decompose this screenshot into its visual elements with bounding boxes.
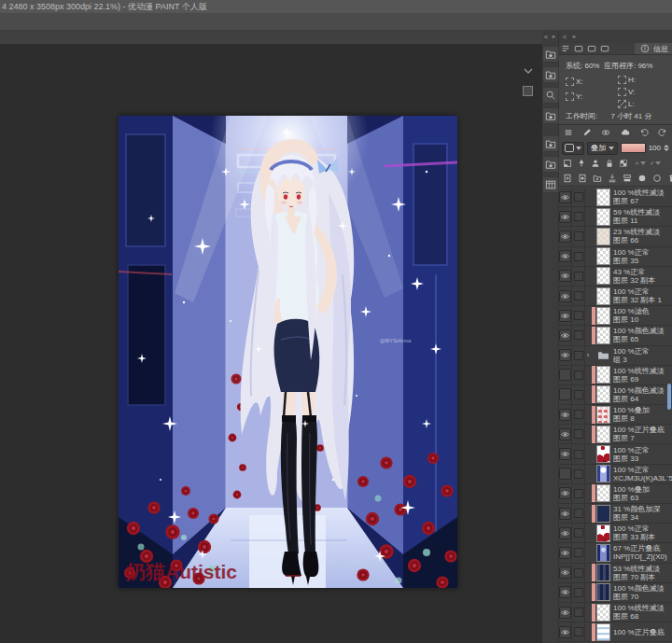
chevron-down-icon[interactable] bbox=[524, 62, 535, 69]
layer-row[interactable]: › 100 %线性减淡 图层 68 bbox=[559, 603, 672, 622]
opacity-spinner[interactable] bbox=[664, 145, 669, 151]
layer-thumbnail[interactable] bbox=[596, 189, 610, 206]
layer-thumbnail[interactable] bbox=[596, 366, 610, 384]
layer-select-checkbox[interactable] bbox=[572, 504, 585, 523]
layer-thumbnail[interactable] bbox=[596, 247, 610, 265]
layer-select-checkbox[interactable] bbox=[572, 227, 585, 245]
layer-row[interactable]: › 100 %叠加 图层 63 bbox=[559, 484, 672, 504]
dock-palette-2-icon[interactable] bbox=[542, 66, 559, 83]
layer-visibility-toggle[interactable] bbox=[559, 306, 572, 325]
dock-material-grid-icon[interactable] bbox=[542, 176, 559, 193]
info-tab-list-icon[interactable] bbox=[560, 43, 571, 54]
layer-row[interactable]: › 53 %线性减淡 图层 70 副本 bbox=[559, 564, 672, 583]
opacity-value[interactable]: 100 bbox=[649, 144, 661, 152]
mask-display-combo-icon[interactable] bbox=[635, 158, 646, 169]
layer-select-checkbox[interactable] bbox=[572, 583, 585, 602]
layer-row[interactable]: › 100 %正常 图层 32 副本 1 bbox=[559, 287, 672, 306]
layer-thumbnail[interactable] bbox=[596, 307, 610, 325]
layer-thumbnail[interactable] bbox=[596, 583, 610, 601]
layer-select-checkbox[interactable] bbox=[572, 484, 585, 503]
layer-select-checkbox[interactable] bbox=[572, 247, 585, 266]
layer-visibility-toggle[interactable] bbox=[559, 603, 572, 622]
layer-select-checkbox[interactable] bbox=[572, 564, 585, 582]
layer-thumbnail[interactable] bbox=[596, 623, 610, 641]
layer-row[interactable]: › 100 %正片叠底 图层 7 bbox=[559, 425, 672, 444]
canvas-area[interactable]: @BYSiAnna 奶猫Autistic bbox=[0, 45, 542, 643]
layer-visibility-toggle[interactable] bbox=[559, 543, 572, 562]
folder-expander-icon[interactable]: › bbox=[585, 351, 591, 359]
dock-palette-5-icon[interactable] bbox=[542, 156, 559, 173]
layer-thumbnail[interactable] bbox=[596, 465, 610, 482]
layer-row[interactable]: › 100 %滤色 图层 10 bbox=[559, 306, 672, 326]
layer-thumbnail[interactable] bbox=[596, 267, 610, 285]
layer-select-checkbox[interactable] bbox=[572, 287, 585, 305]
layer-list-scrollbar[interactable] bbox=[667, 384, 671, 410]
layer-list[interactable]: › 100 %线性减淡 图层 67 › 59 %线性减淡 图层 11 › 23 … bbox=[559, 188, 672, 643]
layer-visibility-toggle[interactable] bbox=[559, 267, 572, 286]
layer-visibility-toggle[interactable] bbox=[559, 484, 572, 503]
layer-row[interactable]: › 31 %颜色加深 图层 34 bbox=[559, 504, 672, 524]
layer-select-checkbox[interactable] bbox=[572, 346, 585, 365]
layer-row[interactable]: › 100 %线性减淡 图层 67 bbox=[559, 188, 672, 207]
layer-visibility-toggle[interactable] bbox=[559, 287, 572, 305]
layer-select-checkbox[interactable] bbox=[572, 543, 585, 562]
new-raster-layer-icon[interactable] bbox=[562, 173, 573, 184]
blend-mode-dropdown[interactable]: 叠加 bbox=[587, 142, 618, 155]
layer-row[interactable]: › 100 %颜色减淡 图层 64 bbox=[559, 385, 672, 405]
delete-layer-icon[interactable] bbox=[666, 173, 672, 184]
info-tab-2-icon[interactable] bbox=[586, 43, 597, 54]
undo-icon[interactable] bbox=[638, 127, 650, 138]
transfer-to-lower-icon[interactable] bbox=[607, 173, 618, 184]
layer-visibility-toggle[interactable] bbox=[559, 207, 572, 226]
layer-visibility-toggle[interactable] bbox=[559, 425, 572, 443]
layer-visibility-toggle[interactable] bbox=[559, 366, 572, 384]
layer-visibility-toggle[interactable] bbox=[559, 524, 572, 542]
redo-icon[interactable] bbox=[657, 127, 668, 138]
layer-visibility-toggle[interactable] bbox=[559, 405, 572, 424]
info-tab-1-icon[interactable] bbox=[573, 43, 584, 54]
draft-layer-icon[interactable] bbox=[590, 158, 601, 169]
dock-palette-1-icon[interactable] bbox=[542, 46, 559, 63]
layer-thumbnail[interactable] bbox=[596, 406, 610, 424]
layer-row[interactable]: › 43 %正常 图层 32 副本 bbox=[559, 267, 672, 287]
layer-select-checkbox[interactable] bbox=[572, 207, 585, 226]
layer-thumbnail[interactable] bbox=[596, 346, 610, 364]
layer-select-checkbox[interactable] bbox=[572, 385, 585, 404]
layer-visibility-toggle[interactable] bbox=[559, 247, 572, 266]
layer-select-checkbox[interactable] bbox=[572, 622, 585, 641]
layer-thumbnail[interactable] bbox=[596, 604, 610, 622]
layer-visibility-toggle[interactable] bbox=[559, 465, 572, 483]
dock-search-icon[interactable] bbox=[542, 87, 559, 104]
dock-palette-3-icon[interactable] bbox=[542, 107, 559, 124]
layer-row[interactable]: › 67 %正片叠底 INP[]TO[_Z](X0) bbox=[559, 543, 672, 563]
layer-thumbnail[interactable] bbox=[596, 564, 610, 581]
layer-thumbnail[interactable] bbox=[596, 426, 610, 443]
layer-select-checkbox[interactable] bbox=[572, 267, 585, 286]
layer-select-checkbox[interactable] bbox=[572, 425, 585, 443]
layer-thumbnail[interactable] bbox=[596, 287, 610, 305]
layer-select-checkbox[interactable] bbox=[572, 188, 585, 206]
layer-row[interactable]: › 100 %正常 XCJM3U(K)A3L`5 bbox=[559, 465, 672, 484]
layer-row[interactable]: › 100 %正常 图层 35 bbox=[559, 247, 672, 267]
layer-menu-icon[interactable] bbox=[563, 127, 574, 138]
layer-row[interactable]: › 100 %正常 图层 33 bbox=[559, 444, 672, 464]
tab-info[interactable]: 信息 bbox=[635, 43, 672, 54]
layer-visibility-toggle[interactable] bbox=[559, 504, 572, 523]
layer-select-checkbox[interactable] bbox=[572, 603, 585, 622]
new-layer-settings-icon[interactable] bbox=[577, 173, 588, 184]
layer-visibility-toggle[interactable] bbox=[559, 326, 572, 344]
layer-visibility-toggle[interactable] bbox=[559, 583, 572, 602]
layer-row[interactable]: › 100 %颜色减淡 图层 65 bbox=[559, 326, 672, 345]
brush-edit-icon[interactable] bbox=[581, 127, 593, 138]
layer-thumbnail[interactable] bbox=[596, 327, 610, 344]
panel-dock-header[interactable]: < » bbox=[559, 31, 672, 43]
dock-collapse-arrows[interactable]: < » bbox=[544, 31, 556, 44]
clip-at-layer-below-icon[interactable] bbox=[562, 158, 573, 169]
merge-to-lower-icon[interactable] bbox=[622, 173, 633, 184]
layer-select-checkbox[interactable] bbox=[572, 444, 585, 463]
layer-visibility-toggle[interactable] bbox=[559, 444, 572, 463]
layer-select-checkbox[interactable] bbox=[572, 366, 585, 384]
layer-thumbnail[interactable] bbox=[596, 445, 610, 463]
layer-row[interactable]: › 100 %正常 图层 33 副本 bbox=[559, 524, 672, 543]
layer-thumbnail[interactable] bbox=[596, 385, 610, 403]
